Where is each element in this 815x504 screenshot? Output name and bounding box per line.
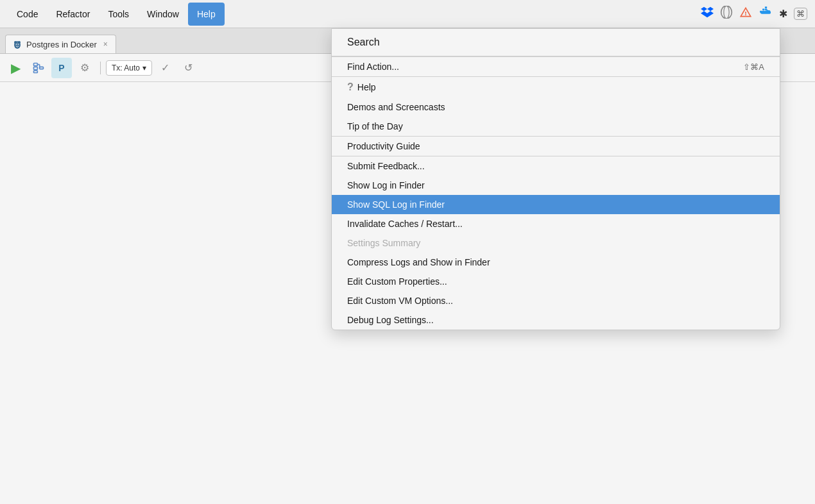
edit-custom-vm-label: Edit Custom VM Options... [347, 296, 453, 306]
menu-refactor[interactable]: Refactor [47, 3, 99, 26]
tx-label: Tx: Auto [112, 63, 140, 72]
feedback-section: Submit Feedback... Show Log in Finder Sh… [332, 156, 780, 330]
submit-feedback-item[interactable]: Submit Feedback... [332, 156, 780, 176]
svg-point-13 [18, 44, 19, 45]
show-log-item[interactable]: Show Log in Finder [332, 176, 780, 195]
compress-logs-item[interactable]: Compress Logs and Show in Finder [332, 253, 780, 272]
invalidate-caches-label: Invalidate Caches / Restart... [347, 219, 463, 229]
find-action-label: Find Action... [347, 62, 399, 72]
svg-point-0 [721, 6, 732, 19]
commit-button[interactable]: ✓ [155, 58, 175, 78]
find-action-shortcut: ⇧⌘A [743, 62, 764, 72]
tx-dropdown[interactable]: Tx: Auto ▾ [106, 60, 152, 76]
help-group-section: ? Help Demos and Screencasts Tip of the … [332, 77, 780, 137]
schema-button[interactable] [28, 58, 49, 78]
invalidate-caches-item[interactable]: Invalidate Caches / Restart... [332, 214, 780, 233]
show-log-label: Show Log in Finder [347, 180, 425, 190]
edit-custom-properties-item[interactable]: Edit Custom Properties... [332, 272, 780, 291]
svg-rect-7 [765, 6, 767, 8]
tip-label: Tip of the Day [347, 121, 403, 131]
menu-window[interactable]: Window [138, 3, 188, 26]
compress-logs-label: Compress Logs and Show in Finder [347, 257, 490, 267]
menu-code[interactable]: Code [8, 3, 47, 26]
bluetooth-icon: ✱ [779, 8, 787, 20]
tab-label: Postgres in Docker [26, 40, 97, 49]
show-sql-log-item[interactable]: Show SQL Log in Finder [332, 195, 780, 214]
svg-point-10 [18, 41, 21, 44]
svg-point-11 [14, 41, 17, 44]
debug-log-item[interactable]: Debug Log Settings... [332, 310, 780, 330]
settings-summary-item: Settings Summary [332, 233, 780, 253]
run-button[interactable]: ▶ [5, 58, 26, 78]
help-dropdown: Search Find Action... ⇧⌘A ? Help Demos a… [331, 28, 780, 330]
docker-icon [759, 6, 773, 22]
search-section: Search [332, 29, 780, 57]
menubar-right: ✱ ⌘ [701, 6, 807, 22]
find-action-section: Find Action... ⇧⌘A [332, 57, 780, 77]
edit-custom-properties-label: Edit Custom Properties... [347, 276, 447, 287]
productivity-item[interactable]: Productivity Guide [332, 137, 780, 156]
search-item[interactable]: Search [332, 29, 780, 56]
postgres-tab[interactable]: Postgres in Docker × [5, 35, 116, 53]
demos-item[interactable]: Demos and Screencasts [332, 97, 780, 117]
keyboard-icon: ⌘ [794, 8, 807, 20]
alert-icon [739, 6, 752, 22]
submit-feedback-label: Submit Feedback... [347, 161, 425, 171]
svg-point-1 [724, 6, 729, 19]
dropbox-icon [701, 6, 714, 22]
menubar-items: Code Refactor Tools Window Help [8, 3, 225, 26]
help-question-icon: ? [347, 81, 354, 93]
rollback-button[interactable]: ↺ [178, 58, 198, 78]
tip-item[interactable]: Tip of the Day [332, 117, 780, 136]
tx-chevron-icon: ▾ [142, 63, 146, 72]
p-button[interactable]: P [51, 58, 72, 78]
toolbar-separator [100, 62, 101, 74]
postgres-icon [12, 39, 22, 49]
opera-icon [720, 6, 733, 22]
svg-rect-15 [34, 67, 38, 69]
edit-custom-vm-item[interactable]: Edit Custom VM Options... [332, 291, 780, 310]
svg-point-12 [16, 44, 17, 45]
menubar: Code Refactor Tools Window Help ✱ ⌘ [0, 0, 815, 28]
productivity-label: Productivity Guide [347, 141, 420, 151]
menu-tools[interactable]: Tools [99, 3, 138, 26]
settings-summary-label: Settings Summary [347, 238, 420, 248]
demos-label: Demos and Screencasts [347, 102, 445, 112]
menu-help[interactable]: Help [188, 3, 225, 26]
productivity-section: Productivity Guide [332, 137, 780, 156]
tab-close-button[interactable]: × [103, 40, 108, 49]
svg-rect-19 [40, 67, 44, 69]
help-label: Help [357, 82, 376, 92]
svg-rect-14 [34, 63, 38, 65]
svg-rect-5 [762, 9, 764, 11]
show-sql-log-label: Show SQL Log in Finder [347, 199, 445, 210]
settings-button[interactable]: ⚙ [74, 58, 95, 78]
svg-rect-16 [34, 71, 38, 72]
find-action-item[interactable]: Find Action... ⇧⌘A [332, 57, 780, 76]
help-item[interactable]: ? Help [332, 77, 780, 97]
search-label: Search [347, 37, 380, 48]
debug-log-label: Debug Log Settings... [347, 315, 434, 325]
